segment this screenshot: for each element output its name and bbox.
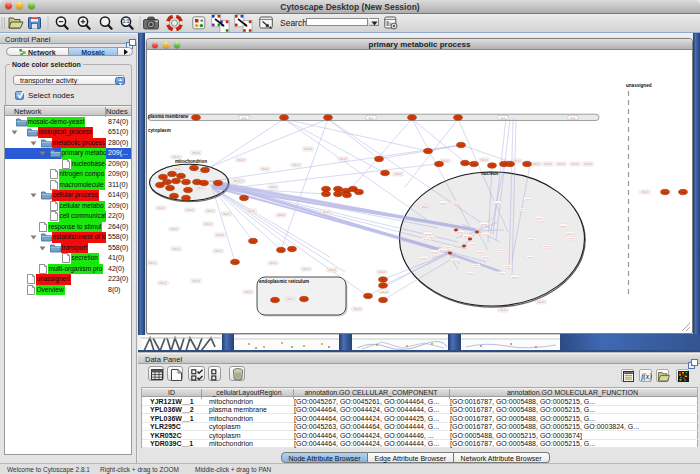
svg-text:xxx-xx: xxx-xx [157, 207, 165, 210]
svg-text:xxx-xx: xxx-xx [322, 211, 330, 214]
svg-text:xxx-xx: xxx-xx [159, 282, 167, 285]
svg-text:xxx-xx: xxx-xx [584, 163, 592, 166]
svg-text:cytoplasm: cytoplasm [148, 127, 171, 132]
svg-text:1:1: 1:1 [123, 19, 130, 24]
svg-text:xx-xx: xx-xx [469, 243, 476, 246]
svg-text:xx-xx: xx-xx [539, 220, 546, 223]
svg-text:xxx-xx: xxx-xx [269, 186, 277, 189]
svg-text:f(x): f(x) [641, 372, 652, 381]
svg-text:xxx-xx: xxx-xx [206, 210, 214, 213]
svg-text:xx-x: xx-x [242, 116, 247, 119]
svg-text:endoplasmic reticulum: endoplasmic reticulum [259, 278, 309, 283]
svg-text:xx-xx: xx-xx [464, 234, 471, 237]
svg-text:xx-xx: xx-xx [525, 197, 532, 200]
svg-text:xxx-xx: xxx-xx [192, 280, 200, 283]
svg-text:xxx-xx: xxx-xx [277, 214, 285, 217]
svg-text:xx-xx: xx-xx [421, 256, 428, 259]
svg-text:xxx-xx: xxx-xx [537, 301, 545, 304]
svg-text:xxx-xx: xxx-xx [196, 187, 204, 190]
svg-text:xxx-xx: xxx-xx [394, 173, 402, 176]
svg-text:xx-xx: xx-xx [440, 201, 447, 204]
svg-text:xx-xx: xx-xx [423, 238, 430, 241]
svg-text:xxx-xx: xxx-xx [204, 223, 212, 226]
svg-text:xx-xx: xx-xx [452, 259, 459, 262]
svg-text:xx-xx: xx-xx [457, 231, 464, 234]
svg-text:xx-xx: xx-xx [518, 208, 525, 211]
svg-text:xx-xx: xx-xx [500, 249, 507, 252]
svg-text:xx-xx: xx-xx [550, 265, 557, 268]
svg-text:xxx-xx: xxx-xx [304, 148, 312, 151]
svg-text:xxx-xx: xxx-xx [247, 210, 255, 213]
svg-text:xx-x: xx-x [369, 116, 374, 119]
svg-text:xx-xx: xx-xx [473, 264, 480, 267]
svg-text:nucleus: nucleus [481, 170, 499, 175]
svg-text:xxx-xx: xxx-xx [378, 271, 386, 274]
svg-text:xx-xx: xx-xx [483, 233, 490, 236]
svg-text:unassigned: unassigned [626, 83, 652, 88]
svg-text:xxx-xx: xxx-xx [641, 191, 649, 194]
svg-text:xxx-xx: xxx-xx [328, 269, 336, 272]
svg-text:xx-xx: xx-xx [536, 217, 543, 220]
svg-text:xxx-xx: xxx-xx [380, 290, 388, 293]
svg-text:xxx-xx: xxx-xx [173, 168, 181, 171]
svg-text:xxx-xx: xxx-xx [216, 234, 224, 237]
svg-text:xx-x: xx-x [501, 116, 506, 119]
svg-text:xx-xx: xx-xx [504, 265, 511, 268]
svg-text:xxx-xx: xxx-xx [513, 160, 521, 163]
svg-text:xxx-xx: xxx-xx [353, 308, 361, 311]
svg-text:xxx-xx: xxx-xx [244, 291, 252, 294]
svg-text:xxx-xx: xxx-xx [544, 163, 552, 166]
svg-text:xxx-xx: xxx-xx [499, 309, 507, 312]
svg-text:xx-xx: xx-xx [512, 275, 519, 278]
svg-text:xxx-xx: xxx-xx [421, 206, 429, 209]
svg-text:xxx-xx: xxx-xx [222, 213, 230, 216]
svg-text:xx-xx: xx-xx [528, 238, 535, 241]
svg-text:xxx-xx: xxx-xx [269, 262, 277, 265]
svg-text:xx-x: xx-x [571, 116, 576, 119]
svg-text:xxx-xx: xxx-xx [261, 168, 269, 171]
svg-text:xx-xx: xx-xx [499, 272, 506, 275]
svg-text:xx-xx: xx-xx [483, 256, 490, 259]
svg-text:xxx-xx: xxx-xx [302, 268, 310, 271]
svg-text:xxx-xx: xxx-xx [172, 156, 180, 159]
svg-text:xxx-xx: xxx-xx [532, 163, 540, 166]
svg-text:xxx-xx: xxx-xx [237, 159, 245, 162]
svg-text:xxx-xx: xxx-xx [233, 180, 241, 183]
svg-text:xxx-xx: xxx-xx [186, 209, 194, 212]
svg-text:xx-xx: xx-xx [527, 256, 534, 259]
svg-text:mitochondrion: mitochondrion [175, 159, 207, 164]
svg-text:xx-xx: xx-xx [567, 231, 574, 234]
svg-text:xx-xx: xx-xx [477, 251, 484, 254]
svg-text:xxx-xx: xxx-xx [480, 159, 488, 162]
svg-text:xxx-xx: xxx-xx [286, 298, 294, 301]
svg-text:plasma membrane: plasma membrane [148, 114, 189, 119]
svg-text:xx-xx: xx-xx [560, 224, 567, 227]
svg-text:xxx-xx: xxx-xx [170, 228, 178, 231]
svg-text:xxx-xx: xxx-xx [192, 152, 200, 155]
svg-text:xx-xx: xx-xx [494, 201, 501, 204]
svg-text:xxx-xx: xxx-xx [292, 164, 300, 167]
svg-text:xxx-xx: xxx-xx [571, 163, 579, 166]
svg-text:xx-xx: xx-xx [569, 237, 576, 240]
svg-text:xx-xx: xx-xx [425, 232, 432, 235]
svg-text:xx-xx: xx-xx [453, 201, 460, 204]
svg-text:xx-xx: xx-xx [481, 222, 488, 225]
svg-text:xxx-xx: xxx-xx [339, 158, 347, 161]
svg-text:xxx-xx: xxx-xx [214, 250, 222, 253]
svg-text:xx-xx: xx-xx [544, 245, 551, 248]
svg-text:xx-xx: xx-xx [431, 250, 438, 253]
svg-text:xxx-xx: xxx-xx [148, 262, 156, 265]
svg-text:xxx-xx: xxx-xx [557, 163, 565, 166]
svg-text:xxx-xx: xxx-xx [172, 248, 180, 251]
svg-text:xx-xx: xx-xx [440, 249, 447, 252]
svg-text:xx-xx: xx-xx [467, 272, 474, 275]
